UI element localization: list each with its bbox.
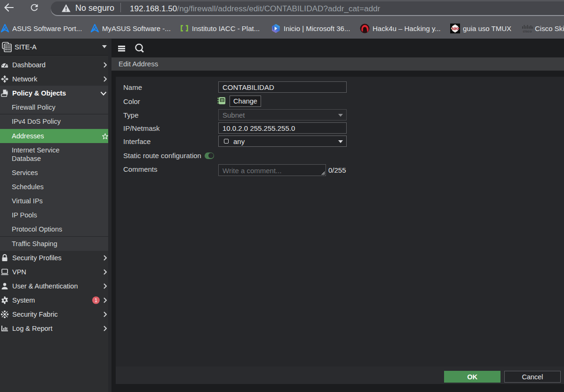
svg-text:cisco: cisco: [523, 29, 532, 33]
svg-text:NK: NK: [452, 26, 458, 31]
